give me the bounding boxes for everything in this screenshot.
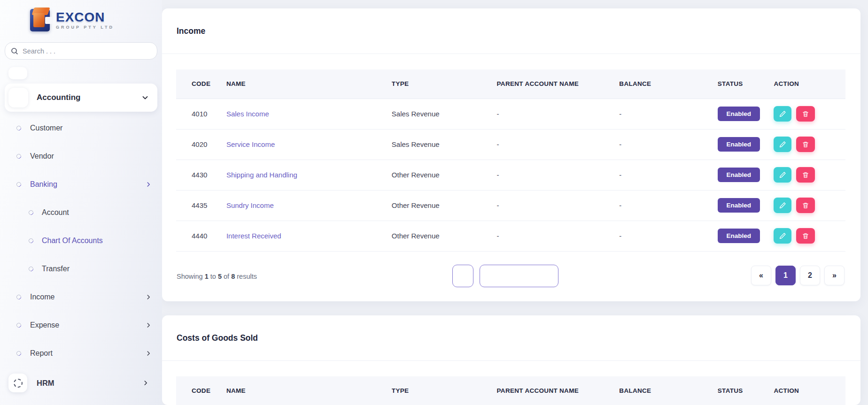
parent-cell: - (497, 99, 620, 129)
chevron-right-icon (145, 294, 152, 300)
sidebar-item-label: Vendor (30, 152, 152, 160)
code-cell: 4435 (176, 190, 226, 221)
sidebar-item-customer[interactable]: Customer (0, 114, 162, 142)
page-size-input[interactable] (452, 265, 473, 287)
ring-icon (28, 266, 34, 272)
account-name-link[interactable]: Interest Received (226, 232, 281, 240)
collapsed-menu-icon[interactable] (8, 67, 27, 79)
status-badge[interactable]: Enabled (718, 168, 760, 182)
delete-button[interactable] (796, 106, 815, 122)
column-header: TYPE (392, 69, 497, 99)
balance-cell: - (619, 221, 717, 251)
edit-button[interactable] (774, 106, 791, 122)
chevron-right-icon (145, 181, 152, 188)
sidebar-item-vendor[interactable]: Vendor (0, 142, 162, 170)
sidebar-item-transfer[interactable]: Transfer (0, 255, 162, 283)
column-header: NAME (226, 376, 392, 405)
sidebar-item-account[interactable]: Account (0, 199, 162, 227)
trash-icon (802, 232, 809, 240)
type-cell: Other Revenue (392, 221, 497, 251)
main-content: Income CODENAMETYPEPARENT ACCOUNT NAMEBA… (162, 0, 868, 405)
column-header: BALANCE (619, 376, 717, 405)
pencil-icon (779, 201, 787, 209)
status-badge[interactable]: Enabled (718, 198, 760, 213)
parent-cell: - (497, 221, 620, 251)
ring-icon (16, 350, 22, 357)
account-name-link[interactable]: Sundry Income (226, 201, 274, 209)
column-header: NAME (226, 69, 392, 99)
account-name-link[interactable]: Service Income (226, 140, 275, 148)
balance-cell: - (619, 190, 717, 221)
edit-button[interactable] (774, 228, 791, 244)
sidebar-item-label: Report (30, 349, 145, 358)
code-cell: 4020 (176, 129, 226, 160)
sidebar-item-label: Expense (30, 321, 145, 329)
sidebar-item-label: Transfer (42, 265, 152, 273)
column-header: STATUS (718, 376, 774, 405)
ring-icon (16, 322, 22, 329)
column-header: CODE (176, 69, 226, 99)
account-name-link[interactable]: Sales Income (226, 110, 269, 118)
status-badge[interactable]: Enabled (718, 107, 760, 121)
hrm-icon (8, 374, 27, 392)
table-row: 4435 Sundry Income Other Revenue - - Ena… (176, 190, 845, 221)
type-cell: Other Revenue (392, 160, 497, 190)
brand-tagline: GROUP PTY LTD (56, 25, 114, 30)
table-row: 4010 Sales Income Sales Revenue - - Enab… (176, 99, 845, 129)
delete-button[interactable] (796, 198, 815, 213)
ring-icon (16, 153, 22, 160)
pagination: « 12 » (751, 266, 845, 285)
edit-button[interactable] (774, 167, 791, 183)
code-cell: 4430 (176, 160, 226, 190)
sidebar-item-label: Account (42, 208, 152, 217)
sidebar-item-hrm[interactable]: HRM (0, 367, 162, 398)
results-summary: Showing 1 to 5 of 8 results (177, 273, 257, 280)
page-button-1[interactable]: 1 (775, 266, 796, 285)
balance-cell: - (619, 160, 717, 190)
page-title: Income (177, 26, 205, 36)
brand-logo[interactable]: EXCON GROUP PTY LTD (0, 0, 162, 40)
sidebar-group-accounting[interactable]: Accounting (5, 84, 157, 112)
pencil-icon (779, 140, 787, 148)
delete-button[interactable] (796, 167, 815, 183)
next-page-button[interactable]: » (824, 266, 845, 285)
sidebar-item-report[interactable]: Report (0, 339, 162, 367)
page-button-2[interactable]: 2 (800, 266, 820, 285)
column-header: STATUS (718, 69, 774, 99)
sidebar-item-label: Income (30, 293, 145, 301)
search-box[interactable] (5, 42, 157, 60)
parent-cell: - (497, 190, 620, 221)
sidebar-item-label: Customer (30, 124, 152, 132)
previous-page-button[interactable]: « (751, 266, 771, 285)
sidebar-item-income[interactable]: Income (0, 283, 162, 311)
status-badge[interactable]: Enabled (718, 137, 760, 152)
goto-page-input[interactable] (480, 265, 558, 287)
code-cell: 4440 (176, 221, 226, 251)
search-input[interactable] (23, 47, 151, 55)
account-name-link[interactable]: Shipping and Handling (226, 171, 297, 179)
sidebar-item-chart-of-accounts[interactable]: Chart Of Accounts (0, 227, 162, 255)
sidebar: EXCON GROUP PTY LTD Accounting Customer … (0, 0, 162, 405)
cogs-title: Costs of Goods Sold (177, 333, 258, 343)
delete-button[interactable] (796, 137, 815, 152)
sidebar-item-expense[interactable]: Expense (0, 311, 162, 339)
table-row: 4430 Shipping and Handling Other Revenue… (176, 160, 845, 190)
table-footer: Showing 1 to 5 of 8 results « 12 » (176, 252, 845, 302)
edit-button[interactable] (774, 198, 791, 213)
type-cell: Other Revenue (392, 190, 497, 221)
status-badge[interactable]: Enabled (718, 229, 760, 243)
sidebar-group-label: Accounting (37, 93, 141, 102)
ring-icon (28, 237, 34, 244)
income-table: CODENAMETYPEPARENT ACCOUNT NAMEBALANCEST… (176, 69, 845, 252)
delete-button[interactable] (796, 228, 815, 244)
sidebar-item-banking[interactable]: Banking (0, 170, 162, 199)
sidebar-nav: Customer Vendor Banking Account Chart Of… (0, 114, 162, 367)
ring-icon (16, 294, 22, 300)
sidebar-item-label: Banking (30, 180, 145, 189)
trash-icon (802, 110, 809, 118)
accounting-icon (8, 88, 28, 107)
parent-cell: - (497, 160, 620, 190)
edit-button[interactable] (774, 137, 791, 152)
table-header-row: CODENAMETYPEPARENT ACCOUNT NAMEBALANCEST… (176, 376, 845, 405)
type-cell: Sales Revenue (392, 129, 497, 160)
